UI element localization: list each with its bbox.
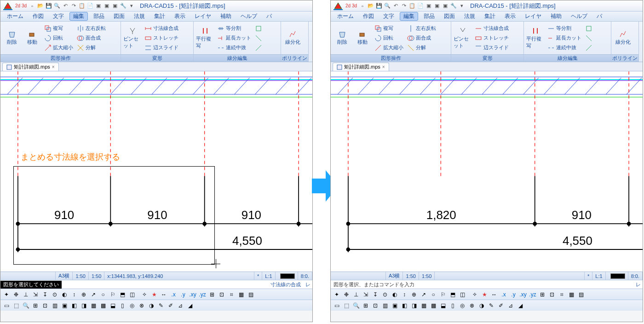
star-icon[interactable]: ★ xyxy=(480,290,489,299)
tool-icon[interactable]: ▦ xyxy=(89,301,98,310)
tool-icon[interactable]: ◑ xyxy=(477,301,486,310)
aux2-button[interactable] xyxy=(584,34,594,43)
print-icon[interactable]: 🔍 xyxy=(384,2,391,10)
divide-button[interactable]: 等分割 xyxy=(546,24,583,33)
pincet-button[interactable]: ピンセット xyxy=(453,23,472,53)
tool-icon[interactable]: 🔧 xyxy=(120,2,127,10)
stretch-button[interactable]: ストレッチ xyxy=(143,34,180,43)
tool-icon[interactable]: ▦ xyxy=(419,301,428,310)
drawing-canvas[interactable]: 1,820 910 4,550 xyxy=(331,71,643,272)
open-icon[interactable]: 📂 xyxy=(367,2,374,10)
menu-text[interactable]: 文字 xyxy=(49,12,68,21)
stretch-button[interactable]: ストレッチ xyxy=(473,34,510,43)
tool-icon[interactable]: ◫ xyxy=(127,290,137,299)
tool-icon[interactable]: ⬒ xyxy=(118,290,127,299)
tool-icon[interactable]: ⌗ xyxy=(557,290,566,299)
menu-text[interactable]: 文字 xyxy=(380,12,398,21)
delete-button[interactable]: 削除 xyxy=(333,23,352,53)
redo-icon[interactable]: ↷ xyxy=(70,2,77,10)
divide-button[interactable]: 等分割 xyxy=(216,24,253,33)
menu-aux[interactable]: 補助 xyxy=(217,12,235,21)
new-icon[interactable]: ▫ xyxy=(359,2,366,10)
tool-icon[interactable]: ▩ xyxy=(98,301,108,310)
rotate-button[interactable]: 回転 xyxy=(373,34,405,43)
tool-icon[interactable]: ◎ xyxy=(458,301,467,310)
menu-view[interactable]: 表示 xyxy=(171,12,189,21)
menu-law[interactable]: 法規 xyxy=(460,12,479,21)
tool-icon[interactable]: ◢ xyxy=(516,301,525,310)
redo-icon[interactable]: ↷ xyxy=(400,2,408,10)
color-swatch[interactable] xyxy=(606,272,628,280)
tool-icon[interactable]: .y xyxy=(509,290,518,299)
tool-icon[interactable]: ✎ xyxy=(156,301,166,310)
tool-icon[interactable]: ✐ xyxy=(166,301,175,310)
scale-2[interactable]: 1:50 xyxy=(419,272,435,280)
move-button[interactable]: 移動 xyxy=(23,23,42,53)
scale-2[interactable]: 1:50 xyxy=(89,272,104,280)
menu-home[interactable]: ホーム xyxy=(334,12,357,21)
color-swatch[interactable] xyxy=(276,272,298,280)
aux3-button[interactable] xyxy=(584,43,594,52)
tool-icon[interactable]: ▦ xyxy=(567,290,576,299)
tool-icon[interactable]: ⊿ xyxy=(506,301,515,310)
union-button[interactable]: 面合成 xyxy=(75,34,107,43)
layer-name[interactable]: L:1 xyxy=(262,272,275,280)
linify-button[interactable]: 線分化 xyxy=(613,23,632,53)
aux1-button[interactable] xyxy=(253,24,264,33)
screen1-icon[interactable]: ▣ xyxy=(95,2,102,10)
menu-draw[interactable]: 作図 xyxy=(29,12,47,21)
menu-view[interactable]: 表示 xyxy=(501,12,519,21)
zoom-icon[interactable]: 🔍 xyxy=(21,301,30,310)
tool-icon[interactable]: ✎ xyxy=(487,301,496,310)
document-tab[interactable]: 矩計詳細図.mps × xyxy=(333,63,389,71)
tool-icon[interactable]: ▣ xyxy=(390,301,399,310)
tool-icon[interactable]: .yz xyxy=(528,290,537,299)
copy-button[interactable]: 複写 xyxy=(373,24,405,33)
scale-1[interactable]: 1:50 xyxy=(403,272,419,280)
layer-star[interactable]: * xyxy=(585,272,592,280)
aux3-button[interactable] xyxy=(253,43,264,52)
tool-icon[interactable]: ⊥ xyxy=(21,290,30,299)
undo-icon[interactable]: ↶ xyxy=(62,2,69,10)
tool-icon[interactable]: .xy xyxy=(188,290,197,299)
menu-home[interactable]: ホーム xyxy=(3,12,27,21)
save-icon[interactable]: 💾 xyxy=(45,2,52,10)
tool-icon[interactable]: ✧ xyxy=(140,290,149,299)
union-button[interactable]: 面合成 xyxy=(406,34,437,43)
dim-merge-button[interactable]: 寸法線合成 xyxy=(143,24,180,33)
tool-icon[interactable]: ↕ xyxy=(69,290,79,299)
tool-icon[interactable]: ⊞ xyxy=(31,301,40,310)
command-prompt[interactable]: 図形を選択、またはコマンドを入力 xyxy=(331,281,417,289)
linify-button[interactable]: 線分化 xyxy=(283,23,302,53)
tool-icon[interactable]: ▣ xyxy=(60,301,69,310)
extend-cut-button[interactable]: 延長カット xyxy=(216,34,253,43)
new-icon[interactable]: ▫ xyxy=(29,2,36,10)
snap-icon[interactable]: ✦ xyxy=(2,290,11,299)
menu-law[interactable]: 法規 xyxy=(130,12,149,21)
tool-icon[interactable]: ◧ xyxy=(69,301,79,310)
tool-icon[interactable]: ⇲ xyxy=(31,290,40,299)
snap-icon[interactable]: ✦ xyxy=(332,290,341,299)
tool-icon[interactable]: ▥ xyxy=(380,301,390,310)
edge-slide-button[interactable]: 辺スライド xyxy=(473,43,510,52)
tool-icon[interactable]: ◫ xyxy=(458,290,467,299)
parallel-copy-button[interactable]: 平行複写 xyxy=(196,23,215,53)
menu-edit[interactable]: 編集 xyxy=(69,12,88,21)
tool-icon[interactable]: ⊗ xyxy=(467,301,477,310)
tool-icon[interactable]: ⊡ xyxy=(217,290,226,299)
menu-drawing[interactable]: 図面 xyxy=(440,12,459,21)
tool-icon[interactable]: ⊙ xyxy=(50,290,59,299)
tool-icon[interactable]: ▯ xyxy=(448,301,457,310)
screen3-icon[interactable]: ▣ xyxy=(111,2,119,10)
menu-drawing[interactable]: 図面 xyxy=(110,12,128,21)
tool-icon[interactable]: ↧ xyxy=(40,290,50,299)
tool-icon[interactable]: ↗ xyxy=(419,290,428,299)
menu-help[interactable]: ヘルプ xyxy=(237,12,261,21)
menu-layer[interactable]: レイヤ xyxy=(521,12,545,21)
tool-icon[interactable]: ○ xyxy=(429,290,438,299)
tool-icon[interactable]: ◨ xyxy=(79,301,88,310)
tool-icon[interactable]: ⬓ xyxy=(438,301,448,310)
dropdown-icon[interactable]: ▾ xyxy=(458,2,466,10)
pincet-button[interactable]: ピンセット xyxy=(123,23,142,53)
paper-size[interactable]: A3横 xyxy=(56,272,73,280)
